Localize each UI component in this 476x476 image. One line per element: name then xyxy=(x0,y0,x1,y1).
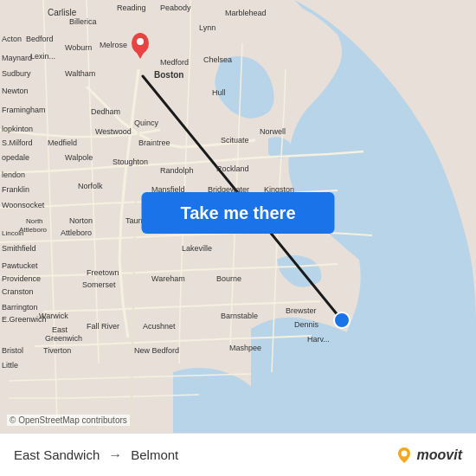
svg-text:Barrington: Barrington xyxy=(2,303,38,312)
svg-text:Harv...: Harv... xyxy=(307,335,330,344)
svg-text:Cranston: Cranston xyxy=(2,287,34,296)
svg-point-79 xyxy=(401,450,407,456)
svg-text:Lynn: Lynn xyxy=(199,23,215,32)
svg-text:Hull: Hull xyxy=(212,88,226,97)
map-container: Carlisle Acton Bedford Billerica Reading… xyxy=(0,0,476,433)
svg-text:Scituate: Scituate xyxy=(221,136,249,145)
svg-text:Rockland: Rockland xyxy=(216,164,249,173)
svg-text:Newton: Newton xyxy=(2,87,29,95)
svg-text:Woburn: Woburn xyxy=(65,43,92,52)
svg-text:Waltham: Waltham xyxy=(65,69,95,78)
svg-text:Norfolk: Norfolk xyxy=(78,182,103,190)
svg-text:Melrose: Melrose xyxy=(100,41,127,49)
svg-text:Carlisle: Carlisle xyxy=(48,8,77,17)
svg-text:opedale: opedale xyxy=(2,153,29,162)
svg-text:Providence: Providence xyxy=(2,274,41,283)
svg-text:Billerica: Billerica xyxy=(69,17,97,26)
svg-text:Bedford: Bedford xyxy=(26,35,54,43)
svg-text:Reading: Reading xyxy=(117,3,146,12)
svg-text:Framingham: Framingham xyxy=(2,106,46,114)
svg-text:Norwell: Norwell xyxy=(260,127,286,136)
svg-text:Brewster: Brewster xyxy=(286,306,317,315)
svg-text:S.Milford: S.Milford xyxy=(2,138,33,147)
take-me-there-button[interactable]: Take me there xyxy=(142,192,335,234)
moovit-text: moovit xyxy=(417,447,462,463)
svg-text:Peabody: Peabody xyxy=(160,3,191,12)
svg-text:Westwood: Westwood xyxy=(95,127,132,136)
svg-text:Warwick: Warwick xyxy=(39,312,68,320)
svg-text:Smithfield: Smithfield xyxy=(2,244,36,253)
svg-text:Medfield: Medfield xyxy=(48,138,77,147)
svg-text:Wareham: Wareham xyxy=(151,274,185,283)
svg-text:Norton: Norton xyxy=(69,216,93,225)
svg-text:Medford: Medford xyxy=(160,58,189,67)
svg-text:Little: Little xyxy=(2,361,18,370)
svg-text:Fall River: Fall River xyxy=(87,322,119,331)
svg-text:North: North xyxy=(26,217,43,225)
svg-text:Franklin: Franklin xyxy=(2,185,29,194)
origin-label: East Sandwich xyxy=(14,447,100,462)
svg-text:Walpole: Walpole xyxy=(65,153,93,162)
svg-text:Randolph: Randolph xyxy=(160,166,194,175)
moovit-pin-icon xyxy=(395,446,414,465)
svg-text:Attleboro: Attleboro xyxy=(61,228,92,237)
svg-text:Lakeville: Lakeville xyxy=(182,244,212,253)
svg-point-77 xyxy=(137,38,144,45)
destination-label: Belmont xyxy=(131,447,178,462)
svg-text:Lexin...: Lexin... xyxy=(30,52,55,61)
svg-text:Acushnet: Acushnet xyxy=(143,322,176,331)
svg-text:lopkinton: lopkinton xyxy=(2,125,33,133)
svg-text:Lincoln: Lincoln xyxy=(2,229,23,237)
route-arrow: → xyxy=(108,447,122,463)
svg-text:Woonsocket: Woonsocket xyxy=(2,201,45,209)
svg-text:Bourne: Bourne xyxy=(216,274,241,283)
map-attribution: © OpenStreetMap contributors xyxy=(7,415,130,426)
svg-text:New Bedford: New Bedford xyxy=(134,346,179,355)
svg-text:Dennis: Dennis xyxy=(294,320,319,329)
svg-text:Mashpee: Mashpee xyxy=(229,344,261,352)
svg-text:Dedham: Dedham xyxy=(91,107,120,116)
svg-text:Stoughton: Stoughton xyxy=(113,158,148,166)
svg-text:Freetown: Freetown xyxy=(87,268,119,277)
svg-text:Barnstable: Barnstable xyxy=(221,312,258,320)
svg-text:Chelsea: Chelsea xyxy=(203,55,232,64)
svg-text:East: East xyxy=(52,325,68,334)
svg-text:Somerset: Somerset xyxy=(82,280,116,289)
svg-point-78 xyxy=(334,312,350,328)
svg-text:Quincy: Quincy xyxy=(134,119,159,127)
svg-text:Marblehead: Marblehead xyxy=(225,9,267,17)
svg-text:Pawtucket: Pawtucket xyxy=(2,261,38,270)
svg-text:Maynard: Maynard xyxy=(2,54,32,62)
svg-text:Bristol: Bristol xyxy=(2,346,23,355)
bottom-bar: East Sandwich → Belmont moovit xyxy=(0,433,476,476)
svg-text:lendon: lendon xyxy=(2,170,25,179)
svg-text:Greenwich: Greenwich xyxy=(45,334,82,343)
svg-text:Boston: Boston xyxy=(154,70,183,80)
svg-text:Sudbury: Sudbury xyxy=(2,69,31,78)
moovit-logo: moovit xyxy=(395,446,462,465)
svg-text:Braintree: Braintree xyxy=(138,138,170,147)
svg-text:Acton: Acton xyxy=(2,35,22,43)
svg-text:Tiverton: Tiverton xyxy=(43,346,71,355)
